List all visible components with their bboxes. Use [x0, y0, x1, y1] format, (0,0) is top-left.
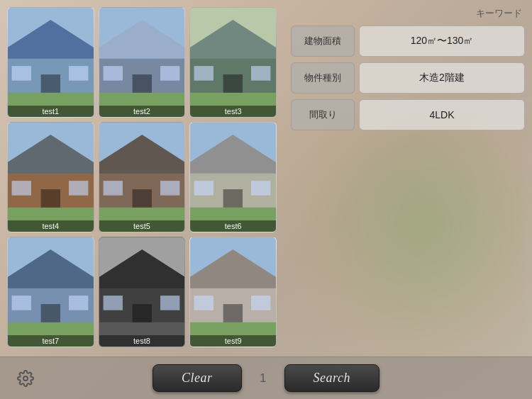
property-card-test5[interactable]: test5	[99, 122, 186, 232]
filter-value-floor-plan[interactable]: 4LDK	[359, 99, 525, 130]
svg-rect-26	[12, 181, 31, 196]
svg-rect-11	[132, 74, 151, 93]
svg-rect-54	[103, 296, 122, 310]
gear-icon	[17, 370, 34, 387]
background-plant	[262, 113, 532, 397]
svg-rect-20	[251, 66, 270, 81]
svg-rect-48	[69, 296, 88, 310]
svg-rect-62	[251, 296, 270, 310]
property-label-test9: test9	[190, 335, 276, 347]
property-card-test7[interactable]: test7	[7, 237, 94, 347]
filter-value-property-type[interactable]: 木造2階建	[359, 62, 525, 94]
property-label-test5: test5	[99, 220, 185, 232]
svg-rect-41	[251, 181, 270, 196]
svg-rect-34	[160, 181, 179, 196]
svg-rect-46	[41, 304, 60, 322]
bottom-center-controls: Clear 1 Search	[153, 364, 379, 392]
svg-rect-33	[103, 181, 122, 196]
filter-row-property-type: 物件種別 木造2階建	[291, 62, 525, 94]
svg-rect-55	[160, 296, 179, 310]
property-card-test8[interactable]: test8	[99, 237, 186, 347]
filter-label-building-area: 建物面積	[291, 26, 355, 57]
svg-rect-53	[132, 304, 151, 322]
property-grid: test1test2test3test4test5test6test7test8…	[0, 0, 284, 354]
filter-row-floor-plan: 間取り 4LDK	[291, 99, 525, 130]
property-label-test2: test2	[99, 106, 185, 117]
property-label-test3: test3	[190, 106, 276, 117]
svg-rect-47	[12, 296, 31, 310]
property-label-test7: test7	[8, 335, 94, 347]
property-label-test8: test8	[99, 335, 185, 347]
page-number: 1	[256, 372, 270, 385]
search-button[interactable]: Search	[284, 364, 379, 392]
svg-rect-5	[12, 66, 31, 81]
svg-rect-61	[194, 296, 214, 310]
house-illustration	[99, 237, 185, 347]
svg-rect-25	[41, 189, 60, 208]
house-illustration	[8, 123, 94, 232]
svg-rect-40	[194, 181, 214, 196]
property-label-test4: test4	[8, 220, 94, 232]
house-illustration	[8, 8, 94, 117]
property-card-test1[interactable]: test1	[7, 7, 94, 118]
svg-rect-39	[223, 189, 243, 208]
svg-rect-27	[69, 181, 88, 196]
house-illustration	[190, 123, 276, 232]
house-illustration	[8, 237, 94, 347]
keyword-header: キーワード	[291, 7, 525, 20]
house-illustration	[190, 8, 276, 117]
house-illustration	[99, 8, 185, 117]
svg-rect-60	[223, 304, 243, 322]
svg-rect-19	[194, 66, 214, 81]
svg-rect-4	[41, 74, 60, 93]
svg-rect-13	[160, 66, 179, 81]
svg-rect-32	[132, 189, 151, 208]
property-label-test6: test6	[190, 220, 276, 232]
filter-label-property-type: 物件種別	[291, 62, 355, 94]
svg-point-63	[23, 376, 28, 381]
property-card-test4[interactable]: test4	[7, 122, 94, 232]
house-illustration	[190, 237, 276, 347]
house-illustration	[99, 123, 185, 232]
property-label-test1: test1	[8, 106, 94, 117]
filter-label-floor-plan: 間取り	[291, 99, 355, 130]
bottom-bar: Clear 1 Search	[0, 356, 532, 399]
svg-rect-18	[223, 74, 243, 93]
filter-panel: キーワード 建物面積 120㎡〜130㎡ 物件種別 木造2階建 間取り 4LDK	[291, 7, 525, 136]
filter-row-building-area: 建物面積 120㎡〜130㎡	[291, 26, 525, 57]
property-card-test6[interactable]: test6	[189, 122, 277, 232]
settings-button[interactable]	[14, 367, 37, 390]
svg-rect-12	[103, 66, 122, 81]
clear-button[interactable]: Clear	[153, 364, 242, 392]
svg-rect-6	[69, 66, 88, 81]
property-card-test2[interactable]: test2	[99, 7, 186, 118]
property-card-test9[interactable]: test9	[189, 237, 277, 347]
filter-value-building-area[interactable]: 120㎡〜130㎡	[359, 26, 525, 57]
property-card-test3[interactable]: test3	[189, 7, 277, 118]
